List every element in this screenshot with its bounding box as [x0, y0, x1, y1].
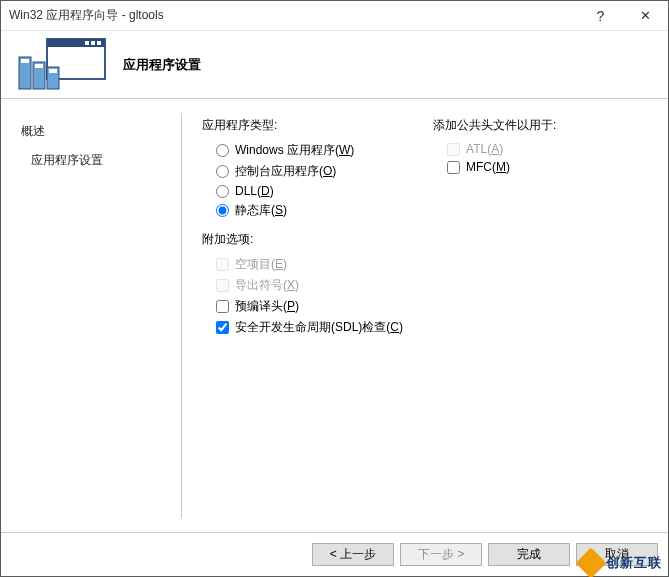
svg-rect-8: [21, 59, 29, 63]
sidebar: 概述 应用程序设置: [1, 99, 181, 532]
radio-static-lib[interactable]: 静态库(S): [202, 200, 403, 221]
svg-rect-4: [85, 41, 89, 45]
radio-input[interactable]: [216, 144, 229, 157]
checkbox-input: [447, 143, 460, 156]
cancel-button[interactable]: 取消: [576, 543, 658, 566]
check-precompiled-header[interactable]: 预编译头(P): [202, 296, 403, 317]
svg-rect-9: [35, 64, 43, 68]
next-button: 下一步 >: [400, 543, 482, 566]
page-title: 应用程序设置: [123, 56, 201, 74]
header: 应用程序设置: [1, 31, 668, 99]
window-title: Win32 应用程序向导 - gltools: [9, 7, 578, 24]
footer: < 上一步 下一步 > 完成 取消 创新互联: [1, 532, 668, 576]
app-type-label: 应用程序类型:: [202, 117, 403, 134]
svg-rect-10: [49, 69, 57, 73]
check-atl: ATL(A): [433, 140, 556, 158]
svg-rect-2: [91, 41, 95, 45]
checkbox-input: [216, 258, 229, 271]
sidebar-item-overview[interactable]: 概述: [19, 117, 173, 146]
check-empty-project: 空项目(E): [202, 254, 403, 275]
left-column: 应用程序类型: Windows 应用程序(W) 控制台应用程序(O) DLL(D…: [202, 117, 403, 524]
headers-label: 添加公共头文件以用于:: [433, 117, 556, 134]
extra-options-label: 附加选项:: [202, 231, 403, 248]
checkbox-input[interactable]: [216, 321, 229, 334]
checkbox-input[interactable]: [447, 161, 460, 174]
help-button[interactable]: ?: [578, 1, 623, 30]
wizard-window: Win32 应用程序向导 - gltools ? ✕ 应用程序设置 概述 应用程…: [0, 0, 669, 577]
main-panel: 应用程序类型: Windows 应用程序(W) 控制台应用程序(O) DLL(D…: [182, 99, 668, 532]
radio-dll[interactable]: DLL(D): [202, 182, 403, 200]
titlebar: Win32 应用程序向导 - gltools ? ✕: [1, 1, 668, 31]
radio-windows-app[interactable]: Windows 应用程序(W): [202, 140, 403, 161]
radio-console-app[interactable]: 控制台应用程序(O): [202, 161, 403, 182]
check-sdl[interactable]: 安全开发生命周期(SDL)检查(C): [202, 317, 403, 338]
prev-button[interactable]: < 上一步: [312, 543, 394, 566]
finish-button[interactable]: 完成: [488, 543, 570, 566]
body: 概述 应用程序设置 应用程序类型: Windows 应用程序(W) 控制台应用程…: [1, 99, 668, 532]
wizard-icon: [17, 37, 107, 92]
sidebar-item-app-settings[interactable]: 应用程序设置: [19, 146, 173, 175]
check-export-symbols: 导出符号(X): [202, 275, 403, 296]
svg-rect-3: [97, 41, 101, 45]
radio-input[interactable]: [216, 165, 229, 178]
right-column: 添加公共头文件以用于: ATL(A) MFC(M): [433, 117, 556, 524]
checkbox-input: [216, 279, 229, 292]
checkbox-input[interactable]: [216, 300, 229, 313]
radio-input[interactable]: [216, 185, 229, 198]
radio-input[interactable]: [216, 204, 229, 217]
check-mfc[interactable]: MFC(M): [433, 158, 556, 176]
svg-rect-1: [47, 39, 105, 47]
close-button[interactable]: ✕: [623, 1, 668, 30]
